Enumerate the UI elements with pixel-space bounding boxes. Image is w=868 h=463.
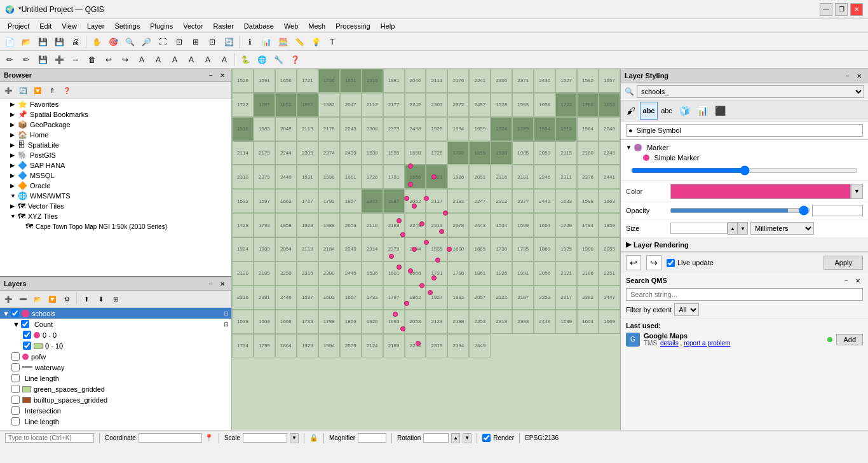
plugin-btn[interactable]: 🔧 <box>271 52 286 67</box>
layer-item-0-10[interactable]: 0 - 10 <box>0 340 231 351</box>
renderer-child-node[interactable]: Simple Marker <box>626 153 863 163</box>
browser-refresh-btn[interactable]: 🔄 <box>17 84 29 97</box>
search-qms-input[interactable] <box>626 288 863 301</box>
save-project-btn[interactable]: 💾 <box>35 34 50 50</box>
remove-layer-btn[interactable]: ➖ <box>17 293 29 305</box>
browser-item-vector-tiles[interactable]: ▶ 🗺 Vector Tiles <box>0 201 231 211</box>
layers-collapse-btn[interactable]: − <box>206 279 216 289</box>
browser-item-sap-hana[interactable]: ▶ 🔷 SAP HANA <box>0 160 231 170</box>
search-qms-close-btn[interactable]: ✕ <box>853 275 863 286</box>
identify-btn[interactable]: ℹ <box>242 34 257 50</box>
layer-item-builtup-spaces[interactable]: builtup_spaces_gridded <box>0 394 231 405</box>
redo-btn[interactable]: ↪ <box>646 255 661 270</box>
layer-item-green-spaces[interactable]: green_spaces_gridded <box>0 384 231 394</box>
layer-item-line-length-2[interactable]: Line length <box>0 416 231 427</box>
size-up-btn[interactable]: ▲ <box>728 222 738 235</box>
layer-checkbox-builtup-spaces[interactable] <box>11 396 20 404</box>
layer-checkbox-intersection[interactable] <box>11 406 20 415</box>
move-down-btn[interactable]: ⬇ <box>95 293 107 305</box>
save-edit-btn[interactable]: 💾 <box>35 52 50 67</box>
opacity-slider[interactable] <box>670 208 810 213</box>
menu-item-project[interactable]: Project <box>3 21 34 31</box>
expand-all-btn[interactable]: ⊞ <box>109 293 122 305</box>
label3-btn[interactable]: A <box>167 52 182 67</box>
magnifier-input[interactable]: 100% <box>358 433 386 443</box>
zoom-native-btn[interactable]: ⊡ <box>205 34 220 50</box>
browser-item-spatialite[interactable]: ▶ 🗄 SpatiaLite <box>0 140 231 150</box>
scale-input[interactable]: 1:1442169 <box>243 433 287 443</box>
size-unit-select[interactable]: Millimeters <box>750 222 814 235</box>
live-update-checkbox[interactable] <box>667 259 675 267</box>
minimize-button[interactable]: — <box>820 3 832 16</box>
filter-layer-btn[interactable]: 🔽 <box>46 293 58 305</box>
refresh-btn[interactable]: 🔄 <box>221 34 236 50</box>
styling-collapse-btn[interactable]: − <box>843 71 853 81</box>
undo-btn[interactable]: ↩ <box>626 255 641 270</box>
map-canvas[interactable]: 1526159116561721178618511916198120462111… <box>232 69 620 430</box>
color-dropdown-btn[interactable]: ▼ <box>851 184 863 199</box>
browser-item-home[interactable]: ▶ 🏠 Home <box>0 130 231 140</box>
close-button[interactable]: ✕ <box>850 3 863 16</box>
filter-select[interactable]: All <box>674 303 699 316</box>
layer-item-pofw[interactable]: pofw <box>0 351 231 362</box>
renderer-slider[interactable] <box>631 165 858 176</box>
menu-item-view[interactable]: View <box>57 21 82 31</box>
label6-btn[interactable]: A <box>217 52 232 67</box>
label-btn[interactable]: A <box>134 52 149 67</box>
restore-button[interactable]: ❐ <box>835 3 848 16</box>
style-abc-btn[interactable]: abc <box>640 102 658 120</box>
layer-select-dropdown[interactable]: schools_ <box>637 85 864 98</box>
renderer-selector[interactable]: ● Single Symbol <box>626 124 863 137</box>
delete-btn[interactable]: 🗑 <box>85 52 100 67</box>
zoom-out-btn[interactable]: 🔎 <box>139 34 154 50</box>
measure-btn[interactable]: 📏 <box>292 34 307 50</box>
style-3d-btn[interactable]: 🧊 <box>675 102 693 120</box>
tips-btn[interactable]: 💡 <box>308 34 323 50</box>
globe-btn[interactable]: 🌐 <box>254 52 269 67</box>
layer-checkbox-schools[interactable] <box>11 309 19 317</box>
rotation-input[interactable]: 0.0 ° <box>423 433 449 443</box>
apply-btn[interactable]: Apply <box>824 256 863 270</box>
select-btn[interactable]: 📊 <box>259 34 274 50</box>
pan-to-selection-btn[interactable]: 🎯 <box>105 34 121 50</box>
browser-item-postgis[interactable]: ▶ 🐘 PostGIS <box>0 150 231 160</box>
style-abc2-btn[interactable]: abc <box>658 102 675 120</box>
add-feature-btn[interactable]: ➕ <box>51 52 67 67</box>
open-project-btn[interactable]: 📂 <box>18 34 34 50</box>
layer-props-btn[interactable]: ⚙ <box>60 293 73 305</box>
browser-item-oracle[interactable]: ▶ 🔶 Oracle <box>0 181 231 191</box>
redo-edit-btn[interactable]: ↪ <box>118 52 133 67</box>
browser-item-geopackage[interactable]: ▶ 📦 GeoPackage <box>0 120 231 130</box>
calculator-btn[interactable]: 🧮 <box>275 34 290 50</box>
label4-btn[interactable]: A <box>184 52 199 67</box>
browser-filter-btn[interactable]: 🔽 <box>31 84 44 97</box>
browser-item-spatial-bookmarks[interactable]: ▶ 📌 Spatial Bookmarks <box>0 109 231 120</box>
zoom-layer-btn[interactable]: ⊡ <box>172 34 187 50</box>
layer-checkbox-0-10[interactable] <box>23 342 31 350</box>
styling-close-btn[interactable]: ✕ <box>854 71 864 81</box>
add-layer-btn[interactable]: ➕ <box>2 293 15 305</box>
browser-item-mssql[interactable]: ▶ 🔷 MSSQL <box>0 170 231 181</box>
print-btn[interactable]: 🖨 <box>68 34 83 50</box>
browser-help-btn[interactable]: ❓ <box>60 84 73 97</box>
epsg-item[interactable]: EPSG:2136 <box>525 434 559 441</box>
label2-btn[interactable]: A <box>151 52 166 67</box>
scale-dropdown-btn[interactable]: ▼ <box>290 433 299 443</box>
layers-close-btn[interactable]: ✕ <box>217 279 227 289</box>
new-project-btn[interactable]: 📄 <box>2 34 17 50</box>
layer-checkbox-line-length[interactable] <box>11 374 20 382</box>
layer-item-waterway[interactable]: waterway <box>0 362 231 373</box>
layer-checkbox-line-length-2[interactable] <box>11 417 20 425</box>
text-btn[interactable]: T <box>325 34 340 50</box>
layer-item-schools[interactable]: ▼ schools ⊡ <box>0 308 231 319</box>
pan-btn[interactable]: ✋ <box>89 34 104 50</box>
browser-item-xyz-tiles[interactable]: ▼ 🗺 XYZ Tiles <box>0 211 231 221</box>
browser-collapse-btn[interactable]: − <box>206 70 216 80</box>
menu-item-settings[interactable]: Settings <box>109 21 145 31</box>
menu-item-raster[interactable]: Raster <box>208 21 238 31</box>
style-paint-btn[interactable]: 🖌 <box>622 102 640 120</box>
color-swatch[interactable] <box>670 184 851 199</box>
browser-close-btn[interactable]: ✕ <box>217 70 227 80</box>
search-qms-collapse-btn[interactable]: − <box>841 275 851 286</box>
render-checkbox[interactable] <box>482 434 491 442</box>
